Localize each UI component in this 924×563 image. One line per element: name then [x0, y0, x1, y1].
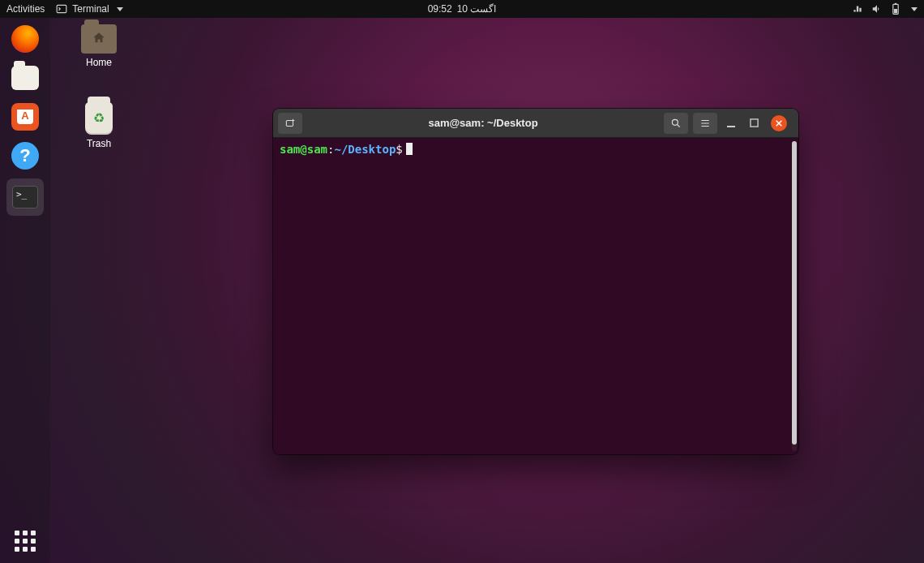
maximize-icon [750, 118, 759, 127]
svg-rect-0 [58, 5, 67, 12]
new-tab-button[interactable] [278, 113, 302, 134]
svg-point-5 [672, 119, 678, 125]
clock-time: 09:52 [428, 3, 452, 15]
recycle-icon: ♻ [93, 110, 105, 126]
network-icon [852, 3, 863, 15]
hamburger-menu-button[interactable] [693, 113, 717, 134]
firefox-icon [11, 25, 39, 53]
terminal-icon: >_ [12, 186, 38, 208]
dock: ? >_ [0, 18, 50, 563]
system-status-area[interactable] [852, 2, 918, 15]
clock-area[interactable]: 09:52 اگست 10 [428, 3, 497, 15]
minimize-button[interactable] [725, 118, 737, 129]
close-icon [775, 119, 783, 127]
home-icon [91, 31, 107, 45]
dock-help[interactable]: ? [9, 140, 41, 172]
search-button[interactable] [664, 113, 688, 134]
cursor [406, 143, 413, 155]
desktop-icon-trash[interactable]: ♻ Trash [66, 102, 131, 149]
clock-date: اگست 10 [457, 3, 497, 15]
dock-files[interactable] [9, 62, 41, 94]
close-button[interactable] [771, 115, 787, 131]
terminal-body[interactable]: sam@sam:~/Desktop$ [273, 138, 798, 454]
desktop-icon-label: Trash [66, 138, 131, 149]
dock-terminal[interactable]: >_ [6, 178, 44, 216]
trash-icon: ♻ [85, 102, 113, 135]
minimize-icon [726, 118, 736, 128]
app-menu-label: Terminal [72, 3, 109, 15]
scrollbar-thumb[interactable] [792, 141, 797, 445]
app-menu[interactable]: Terminal [56, 3, 122, 15]
hamburger-icon [699, 118, 711, 129]
folder-icon [11, 66, 39, 90]
window-titlebar[interactable]: sam@sam: ~/Desktop [273, 109, 798, 138]
desktop[interactable]: Home ♻ Trash sam@sam: ~/Desktop sam@sam [50, 18, 924, 563]
svg-rect-2 [895, 3, 896, 5]
svg-rect-6 [727, 126, 735, 127]
search-icon [670, 118, 682, 129]
desktop-icon-label: Home [66, 57, 131, 68]
scrollbar[interactable] [792, 141, 797, 451]
chevron-down-icon [117, 7, 123, 11]
desktop-icon-home[interactable]: Home [66, 24, 131, 68]
help-icon: ? [11, 142, 39, 170]
maximize-button[interactable] [748, 118, 759, 129]
new-tab-icon [284, 118, 296, 129]
prompt-path: ~/Desktop [334, 143, 396, 156]
prompt-user-host: sam@sam [280, 143, 327, 156]
terminal-icon [56, 3, 67, 15]
dock-software[interactable] [9, 101, 41, 133]
svg-rect-3 [894, 9, 897, 13]
dock-firefox[interactable] [9, 23, 41, 55]
svg-rect-7 [750, 119, 757, 127]
prompt-symbol: $ [396, 143, 402, 156]
chevron-down-icon [911, 7, 918, 11]
terminal-window: sam@sam: ~/Desktop sam@sam:~/Desktop$ [273, 109, 798, 454]
show-applications-button[interactable] [15, 531, 36, 552]
folder-icon [81, 24, 117, 54]
svg-rect-4 [286, 120, 293, 126]
activities-button[interactable]: Activities [6, 3, 45, 15]
window-title: sam@sam: ~/Desktop [307, 117, 659, 129]
shopping-bag-icon [11, 103, 39, 131]
prompt-line: sam@sam:~/Desktop$ [280, 143, 792, 156]
battery-icon [891, 2, 900, 15]
top-bar: Activities Terminal 09:52 اگست 10 [0, 0, 924, 18]
volume-icon [871, 3, 883, 15]
